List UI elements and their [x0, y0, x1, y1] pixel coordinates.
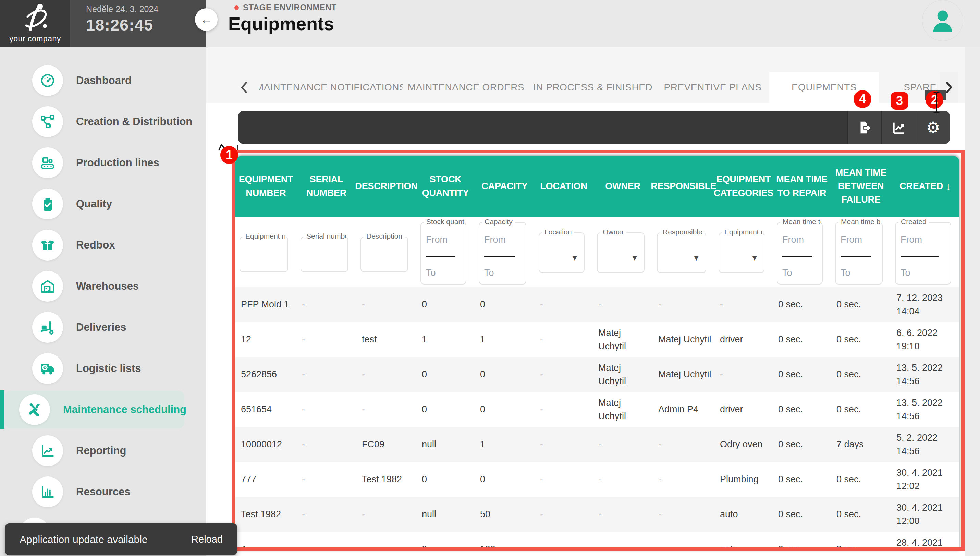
- reload-button[interactable]: Reload: [191, 534, 223, 545]
- creation-distribution-icon: [39, 113, 56, 130]
- table-cell: 1: [416, 322, 475, 357]
- cursor-artifact-mark: [218, 143, 226, 152]
- filter-equipment-ca-dropdown[interactable]: Equipment ca...▼: [719, 233, 764, 273]
- from-placeholder[interactable]: From: [841, 234, 877, 245]
- filter-label: Owner: [600, 228, 626, 236]
- column-header-serial-number[interactable]: SERIAL NUMBER: [297, 156, 356, 217]
- range-divider: [426, 256, 455, 257]
- tab-preventive-plans[interactable]: PREVENTIVE PLANS: [656, 72, 769, 103]
- filter-location-dropdown[interactable]: Location▼: [539, 233, 585, 273]
- column-header-capacity[interactable]: CAPACITY: [475, 156, 535, 217]
- table-cell: Odry oven: [714, 427, 773, 462]
- table-cell: 0: [475, 357, 535, 392]
- table-cell: -: [593, 497, 653, 532]
- sidebar-icon-circle: [32, 312, 63, 343]
- filter-responsible-dropdown[interactable]: Responsible▼: [657, 233, 706, 273]
- table-cell: Matej Uchytil: [593, 392, 653, 427]
- table-cell: 1: [475, 322, 535, 357]
- filter-stock-quantity-input[interactable]: Stock quantityFrom To: [421, 222, 466, 284]
- to-placeholder[interactable]: To: [484, 268, 521, 278]
- sidebar-menu: Dashboard Creation & Distribution Produc…: [0, 60, 206, 512]
- table-row[interactable]: Test 1982--null50---auto0 sec.0 sec.30. …: [235, 497, 959, 532]
- current-time: 18:26:45: [86, 15, 206, 34]
- column-header-owner[interactable]: OWNER: [593, 156, 653, 217]
- dropdown-caret-icon: ▼: [693, 254, 700, 263]
- settings-button[interactable]: ⚙: [916, 111, 950, 144]
- filter-mean-time-be-input[interactable]: Mean time be...From To: [835, 222, 883, 284]
- sidebar-item-warehouses[interactable]: Warehouses: [0, 266, 206, 307]
- sidebar-item-logistic-lists[interactable]: Logistic lists: [0, 348, 206, 389]
- filter-description-input[interactable]: Description: [361, 236, 408, 272]
- environment-label: STAGE ENVIRONMENT: [243, 3, 337, 12]
- tab-in-process-finished[interactable]: IN PROCESS & FINISHED: [529, 72, 656, 103]
- table-row[interactable]: 777-Test 198200---Plumbing0 sec.0 sec.30…: [235, 462, 959, 497]
- filter-capacity-input[interactable]: CapacityFrom To: [479, 222, 526, 284]
- table-row[interactable]: 651654--00-Matej UchytilAdmin P4driver0 …: [235, 392, 959, 427]
- table-cell: 5. 2. 2022 14:56: [891, 427, 959, 462]
- filter-created-input[interactable]: CreatedFrom To: [895, 222, 951, 284]
- filter-label: Mean time be...: [838, 218, 881, 226]
- sidebar-item-resources[interactable]: Resources: [0, 471, 206, 512]
- table-cell: auto: [714, 532, 773, 551]
- column-header-stock-quantity[interactable]: STOCK QUANTITY: [416, 156, 475, 217]
- from-placeholder[interactable]: From: [484, 234, 521, 245]
- table-cell: 12: [235, 322, 297, 357]
- tab-maintenance-orders[interactable]: MAINTENANCE ORDERS: [403, 72, 529, 103]
- filter-equipment-n-input[interactable]: Equipment n...: [240, 236, 288, 272]
- table-row[interactable]: 5262856--00-Matej UchytilMatej Uchytil-0…: [235, 357, 959, 392]
- table-cell: Plumbing: [714, 462, 773, 497]
- table-row[interactable]: 4--0100---auto0 sec.0 sec.28. 4. 2021 08…: [235, 532, 959, 551]
- table-cell: -: [593, 462, 653, 497]
- from-placeholder[interactable]: From: [782, 234, 817, 245]
- table-cell: -: [653, 532, 714, 551]
- column-header-equipment-categories[interactable]: EQUIPMENT CATEGORIES: [714, 156, 773, 217]
- table-toolbar: ⚙: [238, 111, 950, 144]
- to-placeholder[interactable]: To: [901, 268, 946, 278]
- to-placeholder[interactable]: To: [841, 268, 877, 278]
- sidebar-item-deliveries[interactable]: Deliveries: [0, 307, 206, 348]
- tabs-scroll-left-button[interactable]: [235, 72, 253, 103]
- table-row[interactable]: 10000012-FC09null1---Odry oven0 sec.7 da…: [235, 427, 959, 462]
- filter-owner-dropdown[interactable]: Owner▼: [597, 233, 645, 273]
- filter-label: Equipment ca...: [722, 228, 763, 236]
- sidebar-item-quality[interactable]: Quality: [0, 183, 206, 225]
- column-header-location[interactable]: LOCATION: [535, 156, 593, 217]
- table-cell: null: [416, 427, 475, 462]
- sidebar-item-creation-distribution[interactable]: Creation & Distribution: [0, 101, 206, 142]
- current-date: Neděle 24. 3. 2024: [86, 4, 206, 14]
- dropdown-caret-icon: ▼: [631, 254, 638, 263]
- table-row[interactable]: 12-test11-Matej UchytilMatej Uchytildriv…: [235, 322, 959, 357]
- column-header-description[interactable]: DESCRIPTION: [356, 156, 416, 217]
- column-header-created[interactable]: CREATED↓: [891, 156, 959, 217]
- table-cell: -: [714, 357, 773, 392]
- table-cell: 0 sec.: [773, 427, 831, 462]
- sidebar-item-dashboard[interactable]: Dashboard: [0, 60, 206, 101]
- to-placeholder[interactable]: To: [782, 268, 817, 278]
- export-button[interactable]: [847, 111, 881, 144]
- sidebar-item-redbox[interactable]: Redbox: [0, 225, 206, 266]
- sidebar-item-maintenance-scheduling[interactable]: Maintenance scheduling: [0, 389, 206, 430]
- from-placeholder[interactable]: From: [426, 234, 461, 245]
- filter-label: Responsible: [660, 228, 704, 236]
- back-button[interactable]: ←: [195, 8, 218, 31]
- user-avatar[interactable]: [922, 0, 963, 41]
- column-header-equipment-number[interactable]: EQUIPMENT NUMBER: [235, 156, 297, 217]
- column-header-responsible[interactable]: RESPONSIBLE: [653, 156, 714, 217]
- column-header-mean-time-between-failure[interactable]: MEAN TIME BETWEEN FAILURE: [831, 156, 891, 217]
- sidebar-item-production-lines[interactable]: Production lines: [0, 142, 206, 183]
- to-placeholder[interactable]: To: [426, 268, 461, 278]
- filter-serial-number-input[interactable]: Serial number: [300, 236, 348, 272]
- filter-mean-time-to-input[interactable]: Mean time to ...From To: [777, 222, 823, 284]
- table-header-row: EQUIPMENT NUMBERSERIAL NUMBERDESCRIPTION…: [235, 156, 959, 217]
- table-cell: 0: [416, 532, 475, 551]
- company-name: your company: [9, 34, 61, 44]
- sidebar: your company Neděle 24. 3. 2024 18:26:45…: [0, 0, 206, 556]
- table-row[interactable]: PFP Mold 1--00----0 sec.0 sec.7. 12. 202…: [235, 287, 959, 322]
- column-header-mean-time-to-repair[interactable]: MEAN TIME TO REPAIR: [773, 156, 831, 217]
- sidebar-item-reporting[interactable]: Reporting: [0, 430, 206, 471]
- tab-maintenance-notifications[interactable]: MAINTENANCE NOTIFICATIONS: [259, 72, 403, 103]
- table-cell: 0 sec.: [773, 357, 831, 392]
- chart-view-button[interactable]: [881, 111, 916, 144]
- filter-cell-description: Description: [356, 217, 416, 287]
- from-placeholder[interactable]: From: [901, 234, 946, 245]
